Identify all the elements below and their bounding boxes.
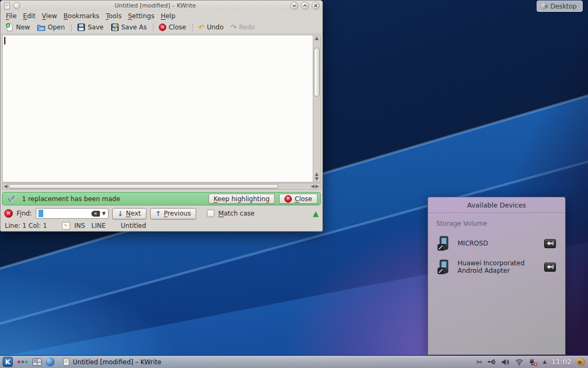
horizontal-scrollbar-thumb[interactable] xyxy=(9,184,278,189)
selection-mode-indicator: LINE xyxy=(91,222,106,229)
digital-clock[interactable]: 11:02 xyxy=(552,358,571,366)
document-name: Untitled xyxy=(121,222,146,229)
activities-icon[interactable] xyxy=(17,361,29,363)
find-previous-button[interactable]: ↑ Previous xyxy=(150,208,197,219)
clear-text-icon[interactable]: ✕ xyxy=(91,211,100,217)
menu-settings[interactable]: Settings xyxy=(125,11,157,21)
system-tray: ✂ ▲ 11:02 xyxy=(476,357,585,366)
open-button[interactable]: Open xyxy=(34,22,68,32)
scroll-down-arrow[interactable]: ▼ xyxy=(315,177,319,181)
scroll-right-arrow[interactable]: ▶ xyxy=(315,184,319,189)
open-folder-icon xyxy=(37,23,45,32)
unplug-icon xyxy=(546,241,554,246)
pager-icon[interactable] xyxy=(33,358,42,366)
taskbar-task-kwrite[interactable]: Untitled [modified] – KWrite xyxy=(63,358,161,366)
klipper-scissors-icon[interactable]: ✂ xyxy=(476,358,483,366)
minimize-button[interactable] xyxy=(290,2,298,10)
open-button-label: Open xyxy=(48,24,65,31)
text-cursor xyxy=(4,37,5,44)
find-label: Find: xyxy=(17,210,32,217)
menu-edit[interactable]: Edit xyxy=(20,11,38,21)
pin-to-desktop-button[interactable] xyxy=(13,2,20,9)
toolbar: New Open Save Save As xyxy=(1,21,322,34)
menu-bookmarks[interactable]: Bookmarks xyxy=(60,11,103,21)
volume-icon[interactable] xyxy=(501,358,510,366)
find-previous-label: Previous xyxy=(164,210,191,217)
new-button-label: New xyxy=(16,24,30,31)
status-bar: Line: 1 Col: 1 ✎ INS LINE Untitled xyxy=(1,220,322,231)
message-close-button[interactable]: ✕ Close xyxy=(279,194,318,204)
find-bar: ✕ Find: ✕ ▼ ↓ Next ↑ Previous Match case… xyxy=(1,206,322,220)
undo-button[interactable]: ↶ Undo xyxy=(196,23,227,32)
horizontal-scrollbar[interactable]: ◀ ◀ ▶ xyxy=(2,183,321,190)
cursor-position: Line: 1 Col: 1 xyxy=(5,222,47,229)
scroll-up-arrow[interactable]: ▲ xyxy=(315,36,319,41)
keep-highlighting-button[interactable]: Keep highlighting xyxy=(208,194,275,204)
find-next-button[interactable]: ↓ Next xyxy=(112,208,146,219)
match-case-label[interactable]: Match case xyxy=(218,210,254,217)
close-find-bar-button[interactable]: ✕ xyxy=(4,209,13,218)
editor-zone: ▲ ▲ ▼ ◀ ◀ ▶ xyxy=(1,34,322,190)
new-button[interactable]: New xyxy=(3,22,34,32)
modified-pencil-icon: ✎ xyxy=(62,222,70,229)
menubar: File Edit View Bookmarks Tools Settings … xyxy=(1,11,322,21)
selection-cursor xyxy=(38,210,43,217)
undo-button-label: Undo xyxy=(207,24,223,31)
text-edit-area[interactable] xyxy=(2,35,313,182)
save-as-button[interactable]: Save As xyxy=(108,22,151,32)
undo-icon: ↶ xyxy=(198,24,205,31)
replace-message-bar: 1 replacement has been made Keep highlig… xyxy=(2,192,321,205)
green-dot xyxy=(25,361,28,363)
save-as-button-label: Save As xyxy=(121,24,147,31)
save-button[interactable]: Save xyxy=(74,22,107,32)
arrow-down-icon: ↓ xyxy=(118,210,123,217)
unmount-device-button[interactable] xyxy=(544,239,556,248)
device-row-microsd[interactable]: MICROSD xyxy=(436,232,557,255)
switch-to-power-search-button[interactable]: ▲ xyxy=(313,210,319,217)
vertical-scrollbar-thumb[interactable] xyxy=(314,48,320,97)
close-window-button[interactable] xyxy=(312,2,320,10)
close-button-label: Close xyxy=(168,24,186,31)
menu-view[interactable]: View xyxy=(38,11,60,21)
search-combobox[interactable]: ✕ ▼ xyxy=(36,208,109,219)
task-label: Untitled [modified] – KWrite xyxy=(73,358,161,366)
web-browser-icon[interactable] xyxy=(45,357,55,366)
desktop-toolbox-label: Desktop xyxy=(551,3,577,10)
redo-button: ↷ Redo xyxy=(228,23,259,32)
unmount-device-button[interactable] xyxy=(544,263,556,272)
new-document-icon xyxy=(5,23,14,32)
device-name: Huawei Incorporated Android Adapter xyxy=(458,259,538,275)
save-button-label: Save xyxy=(88,24,103,31)
save-as-icon xyxy=(111,23,119,32)
vertical-scrollbar[interactable]: ▲ ▲ ▼ xyxy=(313,35,321,182)
titlebar[interactable]: Untitled [modified] – KWrite xyxy=(1,1,322,11)
close-icon: ✕ xyxy=(284,195,292,203)
wifi-icon[interactable] xyxy=(515,358,524,365)
panel-toolbox-cashew-icon[interactable] xyxy=(576,357,585,366)
menu-file[interactable]: File xyxy=(3,11,20,21)
device-row-huawei[interactable]: Huawei Incorporated Android Adapter xyxy=(436,255,557,279)
red-dot xyxy=(18,361,20,363)
storage-device-icon xyxy=(437,235,451,251)
toolbar-separator xyxy=(192,24,193,32)
replace-message-text: 1 replacement has been made xyxy=(22,195,204,203)
message-close-label: Close xyxy=(295,195,312,203)
find-next-label: Next xyxy=(126,210,141,217)
toolbar-separator xyxy=(71,24,72,32)
device-name: MICROSD xyxy=(458,240,538,247)
menu-tools[interactable]: Tools xyxy=(103,11,125,21)
expand-tray-arrow-icon[interactable]: ▲ xyxy=(543,359,547,364)
battery-plug-icon[interactable] xyxy=(529,358,538,366)
scroll-left-arrow[interactable]: ◀ xyxy=(4,184,7,189)
menu-help[interactable]: Help xyxy=(158,11,179,21)
device-notifier-usb-icon[interactable] xyxy=(488,358,497,366)
maximize-button[interactable] xyxy=(301,2,309,10)
toolbar-separator xyxy=(153,24,153,32)
desktop-toolbox[interactable]: Desktop xyxy=(537,1,583,12)
chevron-down-icon[interactable]: ▼ xyxy=(102,211,106,216)
scroll-left-arrow-2[interactable]: ◀ xyxy=(311,184,314,189)
close-document-button[interactable]: ✕ Close xyxy=(156,23,190,32)
redo-button-label: Redo xyxy=(239,24,255,31)
application-launcher-button[interactable]: K xyxy=(3,357,13,367)
match-case-checkbox[interactable] xyxy=(207,210,214,217)
